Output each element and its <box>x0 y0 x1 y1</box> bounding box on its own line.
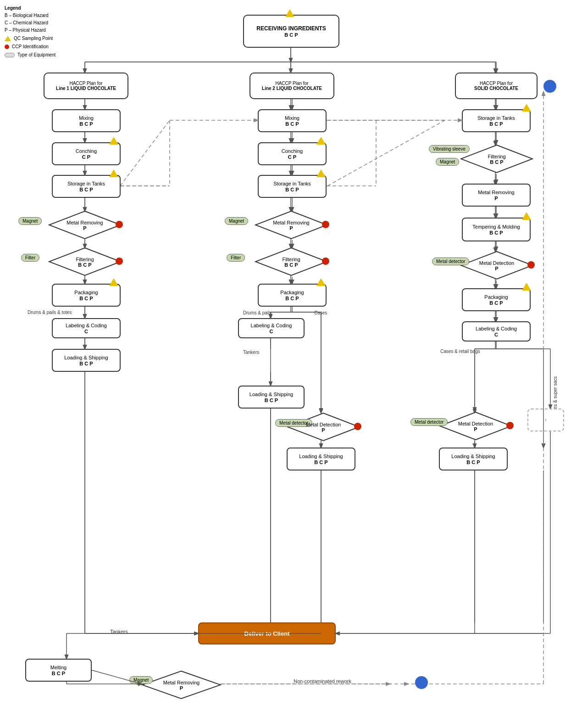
legend-ccp: CCP Identification <box>5 43 55 50</box>
legend-equip-label: Type of Equipment <box>17 51 55 59</box>
l3-labeling-letters: C <box>494 332 498 337</box>
l2-filtering-title: Filtering <box>282 257 300 262</box>
equipment-icon <box>5 53 15 57</box>
l3-storage: Storage in Tanks B C P <box>462 109 531 132</box>
l2-tankers-label: Tankers <box>243 350 259 355</box>
l2-metal-removing-letters: P <box>273 225 309 231</box>
qc-l3-packaging <box>522 283 531 291</box>
l3-packaging: Packaging B C P <box>462 288 531 311</box>
qc-l2-packaging <box>316 278 326 286</box>
l3-metal-detection-top-ccp <box>527 261 535 269</box>
l2-filtering: Filtering B C P <box>255 247 328 277</box>
qc-l1-storage <box>109 169 118 177</box>
l3-metal-detection-bot-title: Metal Detection <box>458 421 493 426</box>
l3-tempering-letters: B C P <box>489 230 503 235</box>
l3-vibrating-sleeve-label: Vibrating sleeve <box>429 145 470 153</box>
l1-header-line2: Line 1 LIQUID CHOCOLATE <box>56 86 116 91</box>
l2-filtering-content: Filtering B C P <box>282 257 300 268</box>
l3-filtering-letters: B C P <box>488 159 505 165</box>
l3-metal-removing: Metal Removing P <box>462 184 531 207</box>
bottom-metal-removing: Metal Removing P <box>141 670 222 700</box>
l1-filtering-letters: B C P <box>76 262 94 268</box>
l1-drums-label: Drums & pails & totes <box>28 310 72 315</box>
l1-conching: Conching C P <box>52 142 121 165</box>
l1-conching-letters: C P <box>82 154 90 160</box>
l2-metal-detection-letters: P <box>306 427 341 433</box>
l3-storage-title: Storage in Tanks <box>477 115 515 121</box>
legend: Legend B – Biological Hazard C – Chemica… <box>5 5 55 59</box>
legend-title: Legend <box>5 5 55 12</box>
l1-metal-removing-ccp <box>116 221 123 228</box>
l2-loading-right-title: Loading & Shipping <box>299 454 343 459</box>
l3-loading-title: Loading & Shipping <box>451 454 495 459</box>
l2-filtering-ccp <box>322 258 329 265</box>
svg-line-54 <box>120 120 170 186</box>
qc-l2-conching <box>316 137 326 145</box>
l2-filtering-letters: B C P <box>282 262 300 268</box>
l1-loading-letters: B C P <box>79 361 93 366</box>
legend-ccp-label: CCP Identification <box>12 43 49 50</box>
l2-metal-detection-content: Metal Detection P <box>306 422 341 433</box>
l2-header-line2: Line 2 LIQUID CHOCOLATE <box>262 86 322 91</box>
legend-c: C – Chemical Hazard <box>5 19 55 27</box>
l3-metal-detection-bot: Metal Detection P <box>439 411 512 441</box>
l1-header: HACCP Plan for Line 1 LIQUID CHOCOLATE <box>44 73 128 99</box>
legend-p: P – Physical Hazard <box>5 27 55 34</box>
l3-filtering-content: Filtering B C P <box>488 154 505 165</box>
l1-metal-removing: Metal Removing P <box>48 210 122 240</box>
l3-loading-letters: B C P <box>466 459 480 465</box>
l2-metal-detection: Metal Detection P <box>287 412 360 442</box>
l1-conching-title: Conching <box>76 148 97 154</box>
bottom-tankers-label: Tankers <box>110 629 128 634</box>
l3-metal-detection-bot-content: Metal Detection P <box>458 421 493 432</box>
l3-tempering-title: Tempering & Molding <box>472 224 520 230</box>
melting-letters: B C P <box>52 671 65 676</box>
l1-storage: Storage in Tanks B C P <box>52 175 121 198</box>
l2-labeling-title: Labeling & Coding <box>251 323 292 328</box>
l3-metal-detection-top-title: Metal Detection <box>479 260 514 266</box>
l2-metal-removing-ccp <box>322 221 329 228</box>
l3-metal-detection-bot-ccp <box>506 422 514 429</box>
qc-l1-conching <box>109 137 118 145</box>
l2-mixing: Mixing B C P <box>258 109 327 132</box>
l1-mixing-letters: B C P <box>79 121 93 127</box>
l2-packaging: Packaging B C P <box>258 284 327 307</box>
l2-mixing-title: Mixing <box>285 115 299 121</box>
l2-filter-label: Filter <box>227 254 245 262</box>
qc-l1-packaging <box>109 278 118 286</box>
l1-storage-title: Storage in Tanks <box>67 181 105 186</box>
l1-packaging: Packaging B C P <box>52 284 121 307</box>
bottom-metal-removing-title: Metal Removing <box>163 680 200 685</box>
l2-storage-title: Storage in Tanks <box>273 181 311 186</box>
qc-l3-storage <box>522 104 531 112</box>
legend-qc: QC Sampling Point <box>5 35 55 42</box>
l1-packaging-letters: B C P <box>79 296 93 301</box>
legend-equip: Type of Equipment <box>5 51 55 59</box>
l3-metal-detection-top-content: Metal Detection P <box>479 260 514 271</box>
deliver-label: Deliver to Client <box>244 630 290 637</box>
l3-metal-removing-letters: P <box>494 196 498 201</box>
l3-labeling-title: Labeling & Coding <box>476 326 517 331</box>
l1-metal-removing-letters: P <box>67 225 103 231</box>
bottom-metal-removing-content: Metal Removing P <box>163 680 200 691</box>
l2-loading-right: Loading & Shipping B C P <box>287 448 355 470</box>
l2-packaging-title: Packaging <box>280 290 304 295</box>
l2-metal-removing-content: Metal Removing P <box>273 220 309 231</box>
receiving-letters: B C P <box>284 32 298 38</box>
l3-packaging-title: Packaging <box>484 294 508 300</box>
l3-metal-detector-bot-label: Metal detector <box>410 418 448 426</box>
diagram-container: Legend B – Biological Hazard C – Chemica… <box>0 0 582 728</box>
l3-metal-removing-title: Metal Removing <box>478 190 514 195</box>
l1-magnet-label: Magnet <box>18 217 42 225</box>
l1-filtering-content: Filtering B C P <box>76 257 94 268</box>
l3-filtering-title: Filtering <box>488 154 505 159</box>
blue-circle-bottom <box>415 676 428 689</box>
l3-cases-label: Cases & retail bags <box>440 349 480 354</box>
l2-conching-letters: C P <box>288 154 296 160</box>
l3-header-line1: HACCP Plan for <box>480 81 513 86</box>
l3-magnet-label: Magnet <box>436 158 459 166</box>
bottom-metal-removing-letters: P <box>163 685 200 691</box>
l3-tempering: Tempering & Molding B C P <box>462 218 531 241</box>
l1-loading: Loading & Shipping B C P <box>52 349 121 372</box>
l3-labeling: Labeling & Coding C <box>462 321 531 342</box>
